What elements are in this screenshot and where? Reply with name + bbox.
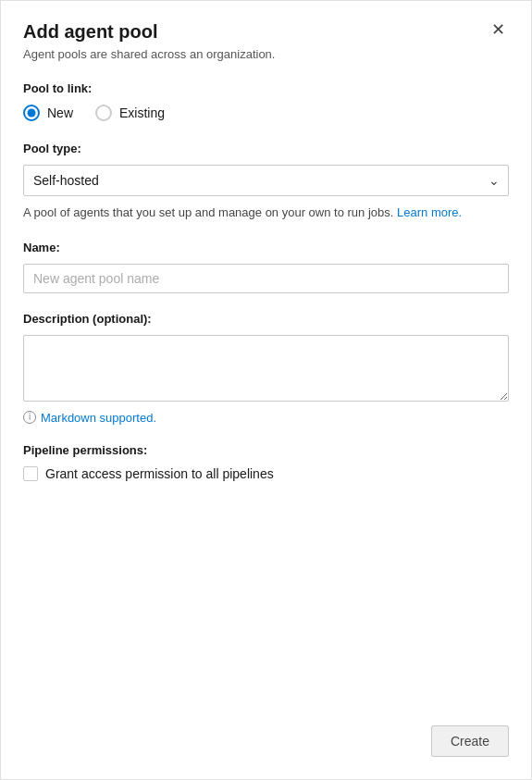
name-input[interactable]	[23, 264, 509, 293]
pool-type-select-wrapper: Self-hosted Azure virtual machine scale …	[23, 165, 509, 196]
radio-existing[interactable]	[95, 105, 112, 121]
pool-to-link-radio-group: New Existing	[23, 105, 509, 121]
description-label: Description (optional):	[23, 312, 509, 326]
panel-title: Add agent pool	[23, 19, 158, 43]
learn-more-link[interactable]: Learn more.	[397, 205, 462, 219]
pipeline-permissions-checkbox-group: Grant access permission to all pipelines	[23, 466, 509, 481]
panel-subtitle: Agent pools are shared across an organiz…	[23, 47, 509, 61]
pool-type-label: Pool type:	[23, 142, 509, 155]
pipeline-permissions-section: Pipeline permissions: Grant access permi…	[23, 443, 509, 481]
name-section: Name:	[23, 241, 509, 293]
info-icon: i	[23, 411, 36, 424]
pool-type-description: A pool of agents that you set up and man…	[23, 204, 509, 222]
add-agent-pool-panel: Add agent pool ✕ Agent pools are shared …	[0, 0, 532, 780]
radio-new[interactable]	[23, 105, 40, 121]
pool-type-section: Pool type: Self-hosted Azure virtual mac…	[23, 142, 509, 222]
markdown-note: i Markdown supported.	[23, 411, 509, 425]
pool-type-select[interactable]: Self-hosted Azure virtual machine scale …	[23, 165, 509, 196]
radio-option-existing[interactable]: Existing	[95, 105, 165, 121]
create-button-container: Create	[431, 725, 509, 757]
close-button[interactable]: ✕	[488, 19, 509, 40]
pipeline-permissions-label: Pipeline permissions:	[23, 443, 509, 457]
grant-access-checkbox[interactable]	[23, 466, 38, 481]
grant-access-label: Grant access permission to all pipelines	[45, 466, 274, 481]
create-button[interactable]: Create	[431, 725, 509, 757]
description-input[interactable]	[23, 335, 509, 402]
name-label: Name:	[23, 241, 509, 254]
radio-option-new[interactable]: New	[23, 105, 73, 121]
pool-to-link-label: Pool to link:	[23, 81, 509, 95]
description-section: Description (optional): i Markdown suppo…	[23, 312, 509, 425]
radio-existing-label: Existing	[119, 105, 165, 120]
panel-header: Add agent pool ✕	[23, 19, 509, 43]
radio-new-label: New	[47, 105, 73, 120]
markdown-link[interactable]: Markdown supported.	[41, 411, 156, 425]
pool-to-link-section: Pool to link: New Existing	[23, 81, 509, 121]
